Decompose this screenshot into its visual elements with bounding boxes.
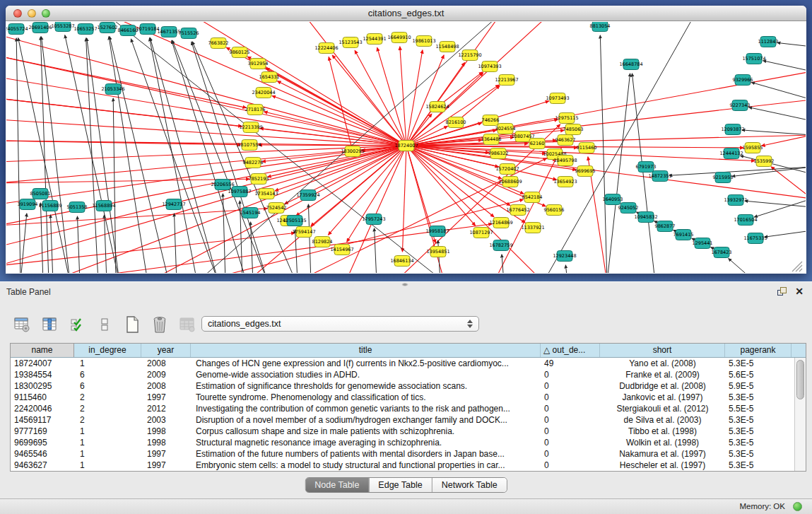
column-header[interactable]: short [600,344,725,357]
network-node[interactable]: 8216100 [446,117,466,128]
close-panel-icon[interactable]: ✕ [795,286,804,296]
network-edge[interactable] [223,194,225,273]
close-window-button[interactable] [13,9,22,18]
network-node[interactable]: 9215955 [713,173,734,183]
network-node[interactable]: 8129824 [312,237,333,247]
network-node[interactable]: 10719184 [136,24,159,35]
network-node[interactable]: 12215790 [458,50,481,61]
select-all-icon[interactable] [68,315,86,334]
network-node[interactable]: 11156889 [38,201,61,211]
network-node[interactable]: 1545194 [240,208,261,218]
network-node[interactable]: 12544391 [363,34,386,45]
network-node[interactable]: 15123543 [339,37,362,48]
network-node[interactable]: 11337921 [521,223,544,233]
network-edge[interactable] [16,38,20,273]
network-node[interactable]: 9560156 [544,205,565,216]
network-node[interactable]: 24055724 [6,24,28,35]
table-row[interactable]: 969969511998Structural magnetic resonanc… [11,437,794,448]
table-row[interactable]: 2242004622012Investigating the contribut… [11,403,794,414]
network-edge[interactable] [749,107,806,121]
network-node[interactable]: 7515526 [179,28,199,39]
table-settings-icon[interactable] [13,315,31,334]
network-node[interactable]: 9115460 [577,143,597,153]
network-node[interactable]: 8542184 [522,192,543,203]
column-chooser-icon[interactable] [40,315,59,334]
network-node[interactable]: 9227343 [730,100,751,111]
network-node[interactable]: 14154967 [330,245,353,255]
network-node[interactable]: 12224406 [314,43,338,54]
table-selector-dropdown[interactable]: citations_edges.txt [201,316,479,332]
network-edge[interactable] [377,47,406,146]
network-node[interactable]: 8466160 [118,25,139,36]
network-node[interactable]: 9860125 [230,47,250,58]
network-node[interactable]: 12093872 [721,124,744,135]
network-node[interactable]: 13932971 [724,195,747,206]
table-row[interactable]: 1456911722003Disruption of a novel membe… [11,414,794,426]
network-node[interactable]: 16846134 [390,256,413,267]
network-node[interactable]: 8505081 [30,189,51,199]
minimize-window-button[interactable] [28,9,36,18]
network-edge[interactable] [278,81,406,146]
table-row[interactable]: 1830029562008Estimation of significance … [11,380,794,392]
column-header[interactable]: in_degree [74,344,141,357]
network-edge[interactable] [86,38,98,273]
network-node[interactable]: 7852193 [249,174,269,185]
network-node[interactable]: 10975887 [228,187,251,197]
zoom-window-button[interactable] [42,9,50,18]
network-node[interactable]: 62160 [529,139,545,149]
network-edge[interactable] [296,158,546,273]
network-node[interactable]: 1364486 [481,134,502,145]
network-edge[interactable] [669,167,806,175]
table-row[interactable]: 946554611997Estimation of the future num… [11,448,794,460]
network-node[interactable]: 3919094 [18,199,38,210]
network-node[interactable]: 16649910 [387,33,411,43]
delete-trash-icon[interactable] [151,315,169,334]
network-node[interactable]: 11548498 [435,42,459,52]
network-node[interactable]: 10688609 [498,177,522,187]
network-edge[interactable] [6,77,406,146]
network-node[interactable]: 9699695 [575,166,596,177]
network-edge[interactable] [745,201,806,207]
clear-selection-icon[interactable] [95,315,114,334]
network-edge[interactable] [375,228,377,273]
network-node[interactable]: 3912954 [248,59,269,69]
network-node[interactable]: 10973493 [546,93,569,104]
network-node[interactable]: 1654331 [259,72,280,83]
network-edge[interactable] [77,216,80,273]
vertical-scrollbar[interactable] [794,358,806,471]
network-node[interactable]: 3024554 [495,124,516,134]
network-edge[interactable] [777,42,806,47]
network-edge[interactable] [172,40,247,273]
tab-network-table[interactable]: Network Table [432,478,507,492]
network-edge[interactable] [763,61,806,71]
float-panel-icon[interactable] [777,287,787,296]
column-header[interactable]: title [191,344,541,357]
tab-node-table[interactable]: Node Table [305,478,368,492]
network-node[interactable]: 6791973 [636,162,657,173]
network-node[interactable]: 17354143 [254,189,278,199]
network-node[interactable]: 13954851 [426,247,449,257]
network-node[interactable]: 7691415 [673,230,694,240]
network-node[interactable]: 10945832 [634,212,657,223]
column-header[interactable]: name [11,344,74,357]
network-node[interactable]: 1678423 [712,247,732,258]
network-node[interactable]: 1595855 [743,143,763,153]
column-header[interactable]: △ out_de... [541,344,600,357]
column-header[interactable]: pagerank [725,344,792,357]
network-edge[interactable] [308,204,311,273]
network-node[interactable]: 746266 [482,115,500,126]
table-row[interactable]: 977716911998Corpus callosum shape and si… [11,426,794,437]
resize-grip-icon[interactable] [792,262,802,271]
network-edge[interactable] [742,130,806,135]
network-edge[interactable] [754,199,806,217]
network-node[interactable]: 7986322 [488,148,509,159]
network-edge[interactable] [109,37,148,273]
network-node[interactable]: 14671355 [157,27,180,37]
network-node[interactable]: 12213399 [239,122,262,133]
network-edge[interactable] [762,135,806,146]
network-node[interactable]: 9463627 [555,135,576,146]
network-canvas[interactable]: 1872400776638229860125391295416543312342… [6,22,806,273]
network-edge[interactable] [751,83,806,100]
network-node[interactable]: 1640953 [603,194,623,205]
scrollbar-thumb[interactable] [796,360,804,399]
